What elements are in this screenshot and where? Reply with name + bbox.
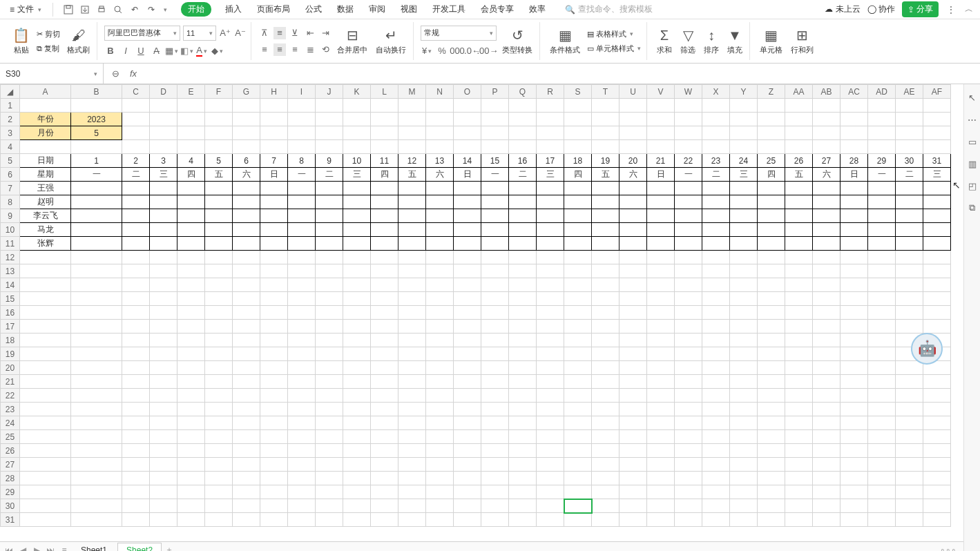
cell-Z29[interactable]	[758, 485, 785, 499]
cell-W8[interactable]	[675, 195, 702, 209]
cell-M28[interactable]	[398, 472, 426, 485]
cell-C11[interactable]	[122, 237, 150, 251]
cell-P9[interactable]	[481, 209, 509, 223]
cell-M1[interactable]	[398, 99, 426, 113]
cell-W17[interactable]	[675, 320, 702, 334]
cell-A2[interactable]: 年份	[20, 113, 71, 126]
cell-AD15[interactable]	[868, 292, 896, 306]
cell-AE17[interactable]	[896, 320, 923, 334]
col-header-Z[interactable]: Z	[758, 85, 785, 99]
cell-AC6[interactable]: 日	[840, 168, 868, 182]
cell-V20[interactable]	[647, 361, 675, 375]
cell-C17[interactable]	[122, 320, 150, 334]
cell-Z23[interactable]	[758, 403, 785, 416]
cell-N4[interactable]	[426, 140, 454, 154]
cell-J14[interactable]	[316, 278, 343, 292]
cell-W15[interactable]	[675, 292, 702, 306]
cell-B31[interactable]	[71, 513, 122, 527]
cell-Y10[interactable]	[730, 223, 758, 237]
cell-B22[interactable]	[71, 389, 122, 403]
cell-U19[interactable]	[619, 347, 647, 361]
cell-AC19[interactable]	[840, 347, 868, 361]
cell-S1[interactable]	[564, 99, 592, 113]
cell-Z17[interactable]	[758, 320, 785, 334]
cell-K3[interactable]	[343, 126, 371, 140]
cell-AB23[interactable]	[813, 403, 840, 416]
cell-AC15[interactable]	[840, 292, 868, 306]
cell-L3[interactable]	[371, 126, 398, 140]
cell-E8[interactable]	[177, 195, 205, 209]
cell-P5[interactable]: 15	[481, 154, 509, 168]
cell-L23[interactable]	[371, 403, 398, 416]
cell-K7[interactable]	[343, 182, 371, 195]
cell-AA15[interactable]	[785, 292, 813, 306]
cell-X17[interactable]	[702, 320, 730, 334]
cell-L6[interactable]: 四	[371, 168, 398, 182]
cell-AD29[interactable]	[868, 485, 896, 499]
cell-V26[interactable]	[647, 444, 675, 458]
cell-P26[interactable]	[481, 444, 509, 458]
cell-E20[interactable]	[177, 361, 205, 375]
cell-G1[interactable]	[233, 99, 260, 113]
cell-O23[interactable]	[454, 403, 481, 416]
cell-V19[interactable]	[647, 347, 675, 361]
fx-icon[interactable]: fx	[127, 68, 140, 80]
cell-AE9[interactable]	[896, 209, 923, 223]
cell-K15[interactable]	[343, 292, 371, 306]
cell-T20[interactable]	[592, 361, 619, 375]
cell-AB25[interactable]	[813, 430, 840, 444]
cell-T2[interactable]	[592, 113, 619, 126]
cell-U23[interactable]	[619, 403, 647, 416]
cell-O12[interactable]	[454, 251, 481, 264]
cell-T6[interactable]: 五	[592, 168, 619, 182]
cell-M13[interactable]	[398, 264, 426, 278]
cloud-status[interactable]: ☁ 未上云	[825, 3, 860, 15]
cell-Y25[interactable]	[730, 430, 758, 444]
cell-N16[interactable]	[426, 306, 454, 320]
cell-I11[interactable]	[288, 237, 316, 251]
row-header-17[interactable]: 17	[1, 320, 20, 334]
cell-T23[interactable]	[592, 403, 619, 416]
cell-M7[interactable]	[398, 182, 426, 195]
cell-AC10[interactable]	[840, 223, 868, 237]
cell-A5[interactable]: 日期	[20, 154, 71, 168]
cell-AD27[interactable]	[868, 458, 896, 472]
cell-V16[interactable]	[647, 306, 675, 320]
cell-J30[interactable]	[316, 499, 343, 513]
cell-L25[interactable]	[371, 430, 398, 444]
tab-efficiency[interactable]: 效率	[528, 2, 547, 17]
cell-I25[interactable]	[288, 430, 316, 444]
cell-A13[interactable]	[20, 264, 71, 278]
cell-AC8[interactable]	[840, 195, 868, 209]
row-header-4[interactable]: 4	[1, 140, 20, 154]
strikethrough-icon[interactable]: A̶	[150, 45, 162, 57]
cell-C15[interactable]	[122, 292, 150, 306]
cell-L7[interactable]	[371, 182, 398, 195]
cell-R29[interactable]	[537, 485, 564, 499]
cell-B24[interactable]	[71, 416, 122, 430]
row-header-9[interactable]: 9	[1, 209, 20, 223]
cell-P17[interactable]	[481, 320, 509, 334]
cell-AF1[interactable]	[923, 99, 951, 113]
cell-AF28[interactable]	[923, 472, 951, 485]
cell-N14[interactable]	[426, 278, 454, 292]
cell-Y6[interactable]: 三	[730, 168, 758, 182]
cell-R5[interactable]: 17	[537, 154, 564, 168]
cell-X25[interactable]	[702, 430, 730, 444]
cell-L1[interactable]	[371, 99, 398, 113]
cell-D9[interactable]	[150, 209, 177, 223]
panel-more-icon[interactable]: ⧉	[966, 202, 979, 214]
cell-T28[interactable]	[592, 472, 619, 485]
cell-U3[interactable]	[619, 126, 647, 140]
col-header-K[interactable]: K	[343, 85, 371, 99]
cell-H9[interactable]	[260, 209, 288, 223]
cell-E28[interactable]	[177, 472, 205, 485]
cell-AA20[interactable]	[785, 361, 813, 375]
cell-H26[interactable]	[260, 444, 288, 458]
cell-T13[interactable]	[592, 264, 619, 278]
cell-B10[interactable]	[71, 223, 122, 237]
cell-W29[interactable]	[675, 485, 702, 499]
print-icon[interactable]	[96, 4, 107, 15]
cell-B14[interactable]	[71, 278, 122, 292]
cell-Z15[interactable]	[758, 292, 785, 306]
